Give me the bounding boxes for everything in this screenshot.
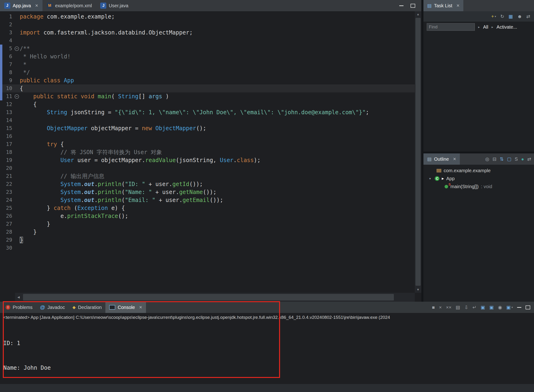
clear-console-icon[interactable]: ▤ (456, 304, 460, 310)
code-line-5[interactable]: 5−/** (0, 45, 415, 52)
collapse-all-icon[interactable]: ⊟ (492, 156, 496, 162)
close-icon[interactable]: × (139, 305, 142, 310)
tab-app-java[interactable]: J App.java × (0, 0, 43, 11)
hide-static-members-icon[interactable]: S (515, 156, 518, 162)
maximize-icon[interactable] (411, 4, 415, 8)
code-line-21[interactable]: 21 // 输出用户信息 (0, 172, 415, 180)
code-line-3[interactable]: 3import com.fasterxml.jackson.databind.O… (0, 29, 415, 37)
close-icon[interactable]: × (35, 3, 38, 8)
scroll-down-icon[interactable]: ▼ (415, 287, 421, 293)
close-icon[interactable]: × (453, 156, 456, 162)
close-icon[interactable]: × (457, 3, 460, 8)
vertical-scrollbar-thumb[interactable] (416, 18, 421, 286)
line-number: 24 (0, 196, 14, 204)
remove-all-launches-icon[interactable]: ×× (446, 305, 451, 310)
pin-console-icon[interactable]: ◉ (498, 304, 502, 310)
tab-declaration[interactable]: ◆ Declaration (69, 302, 105, 313)
show-stderr-icon[interactable]: ▣ (489, 304, 494, 310)
show-stdout-icon[interactable]: ▣ (481, 304, 485, 310)
tab-user-java[interactable]: J User.java (96, 0, 132, 11)
javadoc-icon: @ (40, 304, 45, 310)
code-line-17[interactable]: 17 try { (0, 140, 415, 148)
panel-maximize-icon[interactable] (525, 305, 530, 309)
scroll-lock-icon[interactable]: ⇩ (464, 304, 468, 310)
code-line-23[interactable]: 23 System.out.println("Name: " + user.ge… (0, 188, 415, 196)
code-text: } catch (Exception e) { (20, 204, 415, 212)
code-editor[interactable]: 1package com.example.example;23import co… (0, 11, 415, 293)
code-line-19[interactable]: 19 User user = objectMapper.readValue(js… (0, 156, 415, 164)
code-line-13[interactable]: 13 String jsonString = "{\"id\": 1, \"na… (0, 108, 415, 116)
link-with-editor-icon[interactable]: ⇄ (526, 14, 530, 19)
code-line-29[interactable]: 29} (0, 236, 415, 244)
fold-gutter (14, 52, 20, 61)
person-icon[interactable]: ☻ (517, 14, 522, 19)
link-with-editor-icon[interactable]: ⇄ (527, 156, 531, 162)
code-line-20[interactable]: 20 (0, 164, 415, 172)
working-set-all-button[interactable]: All (483, 24, 488, 30)
fold-gutter (14, 108, 20, 116)
word-wrap-icon[interactable]: ↵ (473, 304, 477, 310)
find-input[interactable] (427, 23, 475, 31)
terminate-icon[interactable]: ■ (432, 305, 435, 310)
code-line-18[interactable]: 18 // 将 JSON 字符串转换为 User 对象 (0, 148, 415, 156)
tab-outline[interactable]: ▤ Outline × (423, 154, 460, 165)
code-line-10[interactable]: 10{ (0, 84, 415, 93)
code-line-15[interactable]: 15 ObjectMapper objectMapper = new Objec… (0, 124, 415, 132)
line-number: 25 (0, 204, 14, 212)
tab-problems[interactable]: ! Problems (2, 302, 36, 313)
fold-marker-icon[interactable]: − (14, 45, 20, 52)
tab-task-list[interactable]: ▤ Task List × (423, 0, 463, 11)
code-line-2[interactable]: 2 (0, 21, 415, 29)
code-line-1[interactable]: 1package com.example.example; (0, 13, 415, 21)
activate-button[interactable]: Activate... (496, 24, 517, 30)
code-line-28[interactable]: 28 } (0, 228, 415, 236)
code-line-24[interactable]: 24 System.out.println("Email: " + user.g… (0, 196, 415, 204)
console-output[interactable]: ID: 1 Name: John Doe Email: john.doe@exa… (0, 322, 534, 392)
vertical-scrollbar[interactable]: ▲ ▼ (415, 11, 421, 293)
horizontal-scrollbar[interactable]: ◀ ▶ (15, 293, 415, 302)
code-line-11[interactable]: 11− public static void main( String[] ar… (0, 93, 415, 100)
scroll-left-icon[interactable]: ◀ (15, 293, 22, 302)
fold-marker-icon[interactable]: − (14, 93, 20, 100)
code-line-4[interactable]: 4 (0, 37, 415, 45)
hide-non-public-icon[interactable]: ● (521, 156, 524, 162)
code-line-12[interactable]: 12 { (0, 100, 415, 108)
synchronize-icon[interactable]: ↻ (501, 14, 504, 19)
panel-divider-horizontal[interactable] (423, 152, 534, 154)
outline-item-class[interactable]: ▾ C ▶ App (423, 175, 534, 182)
code-line-26[interactable]: 26 e.printStackTrace(); (0, 212, 415, 220)
scroll-up-icon[interactable]: ▲ (415, 11, 421, 17)
code-line-16[interactable]: 16 (0, 132, 415, 140)
line-number: 16 (0, 132, 14, 140)
hide-fields-icon[interactable]: ▢ (507, 156, 511, 162)
focus-icon[interactable]: ◎ (485, 156, 489, 162)
outline-label: main(String[]) (450, 184, 479, 189)
chevron-down-icon: ▾ (511, 306, 513, 309)
tasklist-body[interactable] (423, 32, 534, 152)
tab-console[interactable]: Console × (105, 302, 146, 313)
code-line-25[interactable]: 25 } catch (Exception e) { (0, 204, 415, 212)
remove-launch-icon[interactable]: × (439, 305, 442, 310)
new-task-icon[interactable]: + ▾ (491, 14, 496, 19)
minimize-icon[interactable] (399, 5, 403, 6)
line-number: 26 (0, 212, 14, 220)
panel-divider-vertical[interactable] (421, 0, 423, 302)
display-console-icon[interactable]: ▣ ▾ (506, 304, 513, 310)
sort-icon[interactable]: ⇅ (500, 156, 504, 162)
code-line-14[interactable]: 14 (0, 116, 415, 124)
outline-item-method[interactable]: S main(String[]) : void (423, 182, 534, 191)
code-line-6[interactable]: 6 * Hello world! (0, 52, 415, 61)
code-line-9[interactable]: 9public class App (0, 76, 415, 84)
tab-pom-xml[interactable]: M example/pom.xml (43, 0, 96, 11)
horizontal-scrollbar-thumb[interactable] (23, 294, 394, 300)
code-line-8[interactable]: 8 */ (0, 69, 415, 76)
code-line-30[interactable]: 30 (0, 244, 415, 252)
outline-item-package[interactable]: com.example.example (423, 167, 534, 175)
code-line-27[interactable]: 27 } (0, 220, 415, 228)
code-line-7[interactable]: 7 * (0, 61, 415, 69)
panel-minimize-icon[interactable] (517, 307, 521, 308)
code-line-22[interactable]: 22 System.out.println("ID: " + user.getI… (0, 180, 415, 188)
categorize-icon[interactable]: ▦ (508, 14, 513, 19)
tree-expander-icon[interactable]: ▾ (428, 177, 432, 180)
tab-javadoc[interactable]: @ Javadoc (36, 302, 69, 313)
